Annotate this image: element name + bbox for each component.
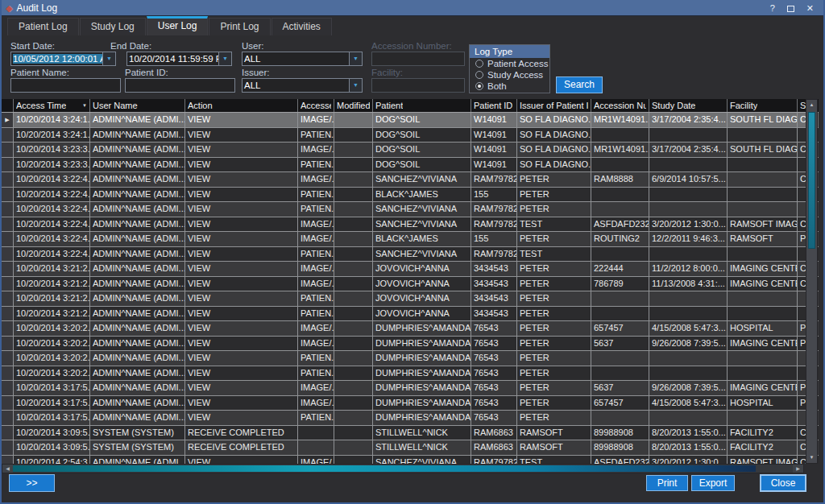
table-row[interactable]: 10/20/2014 3:20:2...ADMIN^NAME (ADMI...V… <box>2 321 819 337</box>
cell: DUMPHRIES^AMANDA <box>373 337 471 352</box>
column-header-accession-numb[interactable]: Accession Numb <box>591 99 649 112</box>
table-row[interactable]: 10/20/2014 3:24:1...ADMIN^NAME (ADMI...V… <box>2 128 819 143</box>
maximize-button[interactable] <box>787 1 794 15</box>
export-button[interactable]: Export <box>691 475 735 491</box>
radio-patient-access[interactable]: Patient Access <box>470 58 549 69</box>
table-row[interactable]: 10/20/2014 3:23:3...ADMIN^NAME (ADMI...V… <box>2 158 819 173</box>
cell: RAM79782 <box>471 456 517 465</box>
print-button[interactable]: Print <box>646 475 688 491</box>
scroll-down-button[interactable]: ▼ <box>806 452 817 463</box>
row-selector[interactable] <box>2 217 14 233</box>
cell: RAM79782 <box>471 172 517 188</box>
user-select[interactable]: ALL ▼ <box>242 52 363 66</box>
row-selector[interactable] <box>2 321 14 337</box>
row-selector[interactable] <box>2 158 14 173</box>
scroll-up-button[interactable]: ▲ <box>806 100 817 110</box>
start-date-dropdown-button[interactable]: ▼ <box>102 52 115 65</box>
column-header-accessed[interactable]: Accessed <box>298 99 334 112</box>
table-row[interactable]: ▶10/20/2014 3:24:1...ADMIN^NAME (ADMI...… <box>2 113 819 128</box>
row-selector[interactable] <box>2 366 14 382</box>
tab-print-log[interactable]: Print Log <box>209 18 270 35</box>
tab-user-log[interactable]: User Log <box>147 16 209 35</box>
expand-button[interactable]: >> <box>9 474 55 492</box>
selected-row-arrow-icon[interactable]: ▶ <box>2 113 14 128</box>
row-selector[interactable] <box>2 202 14 217</box>
column-header-patient-id[interactable]: Patient ID <box>471 99 517 112</box>
row-selector[interactable] <box>2 307 14 322</box>
column-header-user-name[interactable]: User Name <box>90 99 185 112</box>
row-selector[interactable] <box>2 143 14 158</box>
cell: SO FLA DIAGNO... <box>517 158 591 173</box>
titlebar[interactable]: ◆ Audit Log ? ✕ <box>2 0 823 16</box>
table-row[interactable]: 10/20/2014 3:22:4...ADMIN^NAME (ADMI...V… <box>2 232 819 247</box>
row-selector[interactable] <box>2 277 14 292</box>
table-row[interactable]: 10/20/2014 3:22:4...ADMIN^NAME (ADMI...V… <box>2 247 819 262</box>
table-row[interactable]: 10/20/2014 3:20:2...ADMIN^NAME (ADMI...V… <box>2 351 819 366</box>
table-row[interactable]: 10/20/2014 3:22:4...ADMIN^NAME (ADMI...V… <box>2 188 819 203</box>
cell: DOG^SOIL <box>373 128 471 143</box>
column-header-patient[interactable]: Patient <box>373 99 471 112</box>
scroll-left-button[interactable]: ◀ <box>2 465 13 473</box>
end-date-dropdown-button[interactable]: ▼ <box>218 52 231 65</box>
table-row[interactable]: 10/20/2014 3:20:2...ADMIN^NAME (ADMI...V… <box>2 337 819 352</box>
row-selector[interactable] <box>2 456 14 465</box>
table-row[interactable]: 10/20/2014 3:22:4...ADMIN^NAME (ADMI...V… <box>2 217 819 233</box>
tab-study-log[interactable]: Study Log <box>80 18 146 35</box>
patient-id-input[interactable] <box>125 78 235 93</box>
issuer-select[interactable]: ALL ▼ <box>242 78 363 93</box>
table-row[interactable]: 10/20/2014 3:20:2...ADMIN^NAME (ADMI...V… <box>2 366 819 382</box>
table-row[interactable]: 10/20/2014 3:17:5...ADMIN^NAME (ADMI...V… <box>2 396 819 411</box>
tab-patient-log[interactable]: Patient Log <box>7 18 79 35</box>
help-button[interactable]: ? <box>770 1 775 15</box>
column-header-access-time[interactable]: Access Time▼ <box>14 99 90 112</box>
table-row[interactable]: 10/20/2014 3:23:3...ADMIN^NAME (ADMI...V… <box>2 143 819 158</box>
table-row[interactable]: 10/20/2014 3:17:5...ADMIN^NAME (ADMI...V… <box>2 381 819 396</box>
radio-both[interactable]: Both <box>470 81 549 92</box>
column-header-study-date[interactable]: Study Date <box>649 99 728 112</box>
table-row[interactable]: 10/20/2014 3:21:2...ADMIN^NAME (ADMI...V… <box>2 307 819 322</box>
column-header-facility[interactable]: Facility <box>728 99 798 112</box>
end-date-input[interactable]: 10/20/2014 11:59:59 PM ▼ <box>126 52 232 66</box>
horizontal-scroll-thumb[interactable] <box>13 465 756 472</box>
row-selector[interactable] <box>2 411 14 426</box>
table-row[interactable]: 10/20/2014 3:17:5...ADMIN^NAME (ADMI...V… <box>2 411 819 426</box>
vertical-scroll-thumb[interactable] <box>808 112 815 249</box>
column-header-action[interactable]: Action <box>185 99 298 112</box>
close-button[interactable]: Close <box>760 474 806 492</box>
row-selector[interactable] <box>2 172 14 188</box>
column-header-modified[interactable]: Modified <box>334 99 373 112</box>
table-row[interactable]: 10/20/2014 3:21:2...ADMIN^NAME (ADMI...V… <box>2 277 819 292</box>
start-date-input[interactable]: 10/05/2012 12:00:01 AM ▼ <box>10 52 116 66</box>
user-dropdown-button[interactable]: ▼ <box>349 52 362 65</box>
row-selector[interactable] <box>2 128 14 143</box>
row-selector[interactable] <box>2 247 14 262</box>
row-selector[interactable] <box>2 337 14 352</box>
close-window-button[interactable]: ✕ <box>806 1 814 15</box>
row-selector[interactable] <box>2 426 14 441</box>
vertical-scrollbar[interactable]: ▲ ▼ <box>806 99 818 464</box>
row-selector[interactable] <box>2 232 14 247</box>
table-row[interactable]: 10/20/2014 2:54:3...ADMIN^NAME (ADMI...V… <box>2 456 819 465</box>
issuer-dropdown-button[interactable]: ▼ <box>349 79 362 92</box>
tab-activities[interactable]: Activities <box>272 18 332 35</box>
cell: SANCHEZ^VIVIANA <box>373 456 471 465</box>
table-row[interactable]: 10/20/2014 3:22:4...ADMIN^NAME (ADMI...V… <box>2 172 819 188</box>
row-selector[interactable] <box>2 396 14 411</box>
row-selector[interactable] <box>2 440 14 456</box>
column-header-issuer-of-patient-id[interactable]: Issuer of Patient ID <box>517 99 591 112</box>
row-selector[interactable] <box>2 188 14 203</box>
table-row[interactable]: 10/20/2014 3:21:2...ADMIN^NAME (ADMI...V… <box>2 262 819 277</box>
table-row[interactable]: 10/20/2014 3:21:2...ADMIN^NAME (ADMI...V… <box>2 291 819 307</box>
scroll-right-button[interactable]: ▶ <box>793 465 803 473</box>
radio-study-access[interactable]: Study Access <box>470 69 549 81</box>
search-button[interactable]: Search <box>556 76 603 93</box>
table-row[interactable]: 10/20/2014 3:22:4...ADMIN^NAME (ADMI...V… <box>2 202 819 217</box>
row-selector[interactable] <box>2 351 14 366</box>
row-selector[interactable] <box>2 381 14 396</box>
table-row[interactable]: 10/20/2014 3:09:5...SYSTEM (SYSTEM)RECEI… <box>2 426 819 441</box>
horizontal-scrollbar[interactable]: ◀ ▶ <box>2 464 804 473</box>
row-selector[interactable] <box>2 262 14 277</box>
row-selector[interactable] <box>2 291 14 307</box>
patient-name-input[interactable] <box>10 78 121 93</box>
table-row[interactable]: 10/20/2014 3:09:5...SYSTEM (SYSTEM)RECEI… <box>2 440 819 456</box>
